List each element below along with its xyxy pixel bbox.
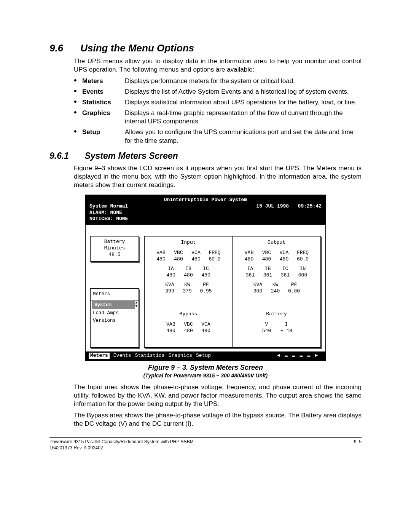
bullet-icon: • — [74, 88, 82, 94]
lcd-alarm: ALARM: NONE — [89, 210, 128, 216]
footer-doc-rev: 164201373 Rev. A 092402 — [49, 445, 194, 451]
bottom-menu-meters: Meters — [89, 353, 110, 359]
page-footer: Powerware 9315 Parallel Capacity/Redunda… — [49, 437, 362, 451]
menu-item: •StatisticsDisplays statistical informat… — [74, 98, 362, 107]
subsection-number: 9.6.1 — [49, 150, 82, 162]
output-panel: Output VABVBCVCAFREQ 48048048060.0 IAIBI… — [233, 236, 320, 308]
meters-menu-item-versions: Versions — [91, 317, 139, 324]
section-intro: The UPS menus allow you to display data … — [74, 57, 362, 74]
lcd-date: 15 JUL 1998 — [256, 203, 289, 209]
meters-menu-item-load-amps: Load Amps — [91, 309, 139, 317]
arrow-icons: ◄▬▬▬▬► — [277, 353, 322, 359]
menu-item: •SetupAllows you to configure the UPS co… — [74, 128, 362, 145]
figure-caption: Figure 9 – 3. System Meters Screen — [49, 363, 362, 372]
subsection-para: Figure 9–3 shows the LCD screen as it ap… — [74, 164, 362, 189]
section-title: Using the Menu Options — [80, 42, 194, 54]
lcd-title: Uninterruptible Power System — [89, 197, 322, 203]
lcd-figure: Uninterruptible Power System System Norm… — [85, 195, 326, 361]
subsection-title: System Meters Screen — [84, 151, 178, 161]
scroll-arrows-icon: ▲▼ — [135, 301, 137, 308]
after-para-2: The Bypass area shows the phase-to-phase… — [74, 411, 362, 428]
section-number: 9.6 — [49, 42, 78, 55]
lcd-notices: NOTICES: NONE — [89, 216, 128, 222]
bottom-menu-graphics: Graphics — [169, 353, 192, 359]
battery-minutes-box: Battery Minutes 48.5 — [90, 236, 139, 262]
meters-menu-title: Meters — [91, 290, 139, 300]
bottom-menu-setup: Setup — [196, 353, 211, 359]
figure-subcaption: (Typical for Powerware 9315 – 300 480/48… — [49, 372, 362, 379]
lcd-time: 09:25:42 — [298, 203, 322, 209]
meters-menu-box: Meters ▲▼ System Load Amps Versions — [90, 288, 139, 348]
section-heading: 9.6 Using the Menu Options — [49, 42, 362, 55]
menu-item: •EventsDisplays the list of Active Syste… — [74, 88, 362, 96]
after-para-1: The Input area shows the phase-to-phase … — [74, 383, 362, 408]
input-panel: Input VABVBCVCAFREQ 48048048060.0 IAIBIC… — [145, 236, 233, 308]
subsection-heading: 9.6.1 System Meters Screen — [49, 150, 362, 162]
bottom-menu-statistics: Statistics — [135, 353, 165, 359]
lcd-left-column: Battery Minutes 48.5 Meters ▲▼ System Lo… — [90, 236, 139, 348]
lcd-bottom-menu: Meters Events Statistics Graphics Setup … — [86, 351, 325, 360]
menu-option-list: •MetersDisplays performance meters for t… — [74, 77, 362, 145]
footer-doc-title: Powerware 9315 Parallel Capacity/Redunda… — [49, 439, 194, 445]
bullet-icon: • — [74, 109, 82, 116]
battery-panel: Battery VI 540+ 18 — [233, 308, 320, 347]
lcd-header: Uninterruptible Power System System Norm… — [86, 195, 325, 225]
lcd-status-row: System Normal ALARM: NONE NOTICES: NONE … — [89, 203, 322, 223]
bullet-icon: • — [74, 98, 82, 105]
menu-item: •GraphicsDisplays a real-time graphic re… — [74, 109, 362, 126]
bottom-menu-events: Events — [113, 353, 131, 359]
lcd-status: System Normal — [89, 203, 128, 210]
bullet-icon: • — [74, 77, 82, 84]
bypass-panel: Bypass VABVBCVCA 480480480 — [145, 308, 233, 347]
bullet-icon: • — [74, 128, 82, 135]
lcd-meters-grid: Input VABVBCVCAFREQ 48048048060.0 IAIBIC… — [144, 236, 321, 348]
menu-item: •MetersDisplays performance meters for t… — [74, 77, 362, 85]
meters-menu-item-system: System — [92, 301, 135, 309]
footer-page-number: 9–5 — [354, 439, 362, 451]
